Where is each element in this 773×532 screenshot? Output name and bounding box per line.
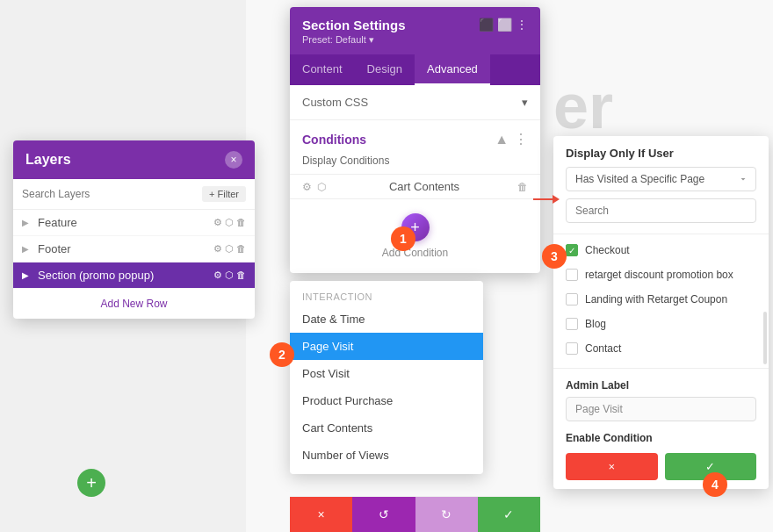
condition-label: Cart Contents xyxy=(331,180,517,193)
layers-item-label: Footer xyxy=(38,242,213,255)
checkbox-retarget[interactable] xyxy=(566,269,578,281)
section-settings-header: Section Settings Preset: Default ▾ ⬛ ⬜ ⋮ xyxy=(290,7,540,54)
layers-item-label: Section (promo popup) xyxy=(38,269,213,282)
enable-condition-section: Enable Condition xyxy=(553,425,769,453)
list-item-contact[interactable]: Contact xyxy=(553,336,769,361)
condition-row: ⚙ ⬡ Cart Contents 🗑 xyxy=(290,174,540,199)
layers-item-actions: ⚙ ⬡ 🗑 xyxy=(213,243,246,255)
chevron-icon: ▶ xyxy=(22,218,33,227)
list-item-checkout[interactable]: ✓ Checkout xyxy=(553,238,769,262)
toolbar-undo-button[interactable]: ↺ xyxy=(352,497,415,532)
dropdown-item-product-purchase[interactable]: Product Purchase xyxy=(290,387,483,414)
more-options-icon[interactable]: ⋮ xyxy=(514,131,528,147)
layers-item-actions: ⚙ ⬡ 🗑 xyxy=(213,270,246,281)
list-item-label-blog: Blog xyxy=(585,318,606,330)
badge-2: 2 xyxy=(270,342,294,367)
dropdown-item-page-visit[interactable]: Page Visit xyxy=(290,333,483,360)
toolbar-cancel-button[interactable]: × xyxy=(290,497,352,532)
layers-search-row: + Filter xyxy=(13,179,255,210)
dropdown-item-number-of-views[interactable]: Number of Views xyxy=(290,442,483,469)
enable-condition-title: Enable Condition xyxy=(566,432,756,444)
conditions-header: Conditions ▲ ⋮ xyxy=(290,120,540,155)
dropdown-item-post-visit[interactable]: Post Visit xyxy=(290,360,483,387)
admin-label-input[interactable] xyxy=(566,397,756,421)
custom-css-row[interactable]: Custom CSS ▾ xyxy=(290,85,540,120)
background-text: er xyxy=(553,70,613,142)
checkbox-checkout[interactable]: ✓ xyxy=(566,244,578,256)
chevron-icon: ▶ xyxy=(22,270,33,280)
section-settings-tabs: Content Design Advanced xyxy=(290,54,540,85)
admin-label-title: Admin Label xyxy=(566,379,756,392)
right-panel-action-buttons: × ✓ xyxy=(553,453,769,480)
tab-advanced[interactable]: Advanced xyxy=(415,54,490,85)
right-panel-select-row: Has Visited a Specific Page xyxy=(553,167,769,198)
layers-item-footer[interactable]: ▶ Footer ⚙ ⬡ 🗑 xyxy=(13,236,255,262)
divider-2 xyxy=(553,368,769,369)
badge-1: 1 xyxy=(391,226,415,251)
scrollbar[interactable] xyxy=(763,312,767,364)
list-item-label-checkout: Checkout xyxy=(585,244,630,256)
section-settings-body: Custom CSS ▾ Conditions ▲ ⋮ Display Cond… xyxy=(290,85,540,273)
right-panel-header: Display Only If User xyxy=(553,136,769,167)
layers-header: Layers × xyxy=(13,140,255,179)
list-item-blog[interactable]: Blog xyxy=(553,312,769,336)
arrow-indicator xyxy=(533,195,560,204)
toolbar-save-button[interactable]: ✓ xyxy=(478,497,540,532)
add-new-row-button[interactable]: Add New Row xyxy=(13,289,255,319)
layers-filter-button[interactable]: + Filter xyxy=(202,186,246,202)
add-condition-label: Add Condition xyxy=(382,247,448,259)
copy-icon[interactable]: ⬡ xyxy=(317,181,326,193)
tab-design[interactable]: Design xyxy=(355,54,415,85)
specific-page-select[interactable]: Has Visited a Specific Page xyxy=(566,167,756,191)
layers-item-label: Feature xyxy=(38,216,213,229)
admin-label-section: Admin Label xyxy=(553,372,769,425)
checkbox-blog[interactable] xyxy=(566,318,578,330)
section-settings-icons: ⬛ ⬜ ⋮ xyxy=(479,18,528,32)
custom-css-label: Custom CSS xyxy=(302,96,368,109)
list-item-retarget[interactable]: retarget discount promotion box xyxy=(553,262,769,287)
page-search-input[interactable] xyxy=(566,198,756,223)
dropdown-item-date-time[interactable]: Date & Time xyxy=(290,306,483,333)
dropdown-section-label: Interaction xyxy=(290,286,483,306)
right-panel: Display Only If User Has Visited a Speci… xyxy=(553,136,769,489)
interaction-dropdown: Interaction Date & Time Page Visit Post … xyxy=(290,281,483,474)
chevron-icon: ▶ xyxy=(22,244,33,254)
list-item-label-landing: Landing with Retarget Coupon xyxy=(585,293,727,306)
layers-item-section-promo[interactable]: ▶ Section (promo popup) ⚙ ⬡ 🗑 xyxy=(13,262,255,289)
chevron-up-icon[interactable]: ▲ xyxy=(495,132,509,147)
settings-icon[interactable]: ⚙ xyxy=(302,181,312,193)
dropdown-item-cart-contents[interactable]: Cart Contents xyxy=(290,414,483,442)
right-panel-cancel-button[interactable]: × xyxy=(566,453,658,480)
list-item-label-retarget: retarget discount promotion box xyxy=(585,269,733,281)
section-settings-preset[interactable]: Preset: Default ▾ xyxy=(302,34,406,46)
conditions-title: Conditions xyxy=(302,133,366,147)
layers-title: Layers xyxy=(25,152,71,168)
section-settings-title: Section Settings xyxy=(302,18,406,32)
list-item-landing[interactable]: Landing with Retarget Coupon xyxy=(553,287,769,312)
checkbox-contact[interactable] xyxy=(566,342,578,355)
display-conditions-label: Display Conditions xyxy=(290,155,540,174)
badge-3: 3 xyxy=(542,244,567,269)
toolbar-redo-button[interactable]: ↻ xyxy=(415,497,478,532)
layers-search-input[interactable] xyxy=(22,188,195,200)
layers-item-actions: ⚙ ⬡ 🗑 xyxy=(213,217,246,228)
layers-panel: Layers × + Filter ▶ Feature ⚙ ⬡ 🗑 ▶ Foot… xyxy=(13,140,255,319)
delete-condition-icon[interactable]: 🗑 xyxy=(517,181,528,193)
chevron-down-icon: ▾ xyxy=(522,96,528,109)
layers-item-feature[interactable]: ▶ Feature ⚙ ⬡ 🗑 xyxy=(13,210,255,236)
layers-close-button[interactable]: × xyxy=(225,151,242,169)
section-settings-panel: Section Settings Preset: Default ▾ ⬛ ⬜ ⋮… xyxy=(290,7,540,273)
list-item-label-contact: Contact xyxy=(585,342,621,355)
tab-content[interactable]: Content xyxy=(290,54,355,85)
conditions-icons: ▲ ⋮ xyxy=(495,131,528,147)
section-settings-toolbar: × ↺ ↻ ✓ xyxy=(290,496,540,532)
badge-4: 4 xyxy=(703,472,727,497)
checkbox-landing[interactable] xyxy=(566,293,578,306)
divider xyxy=(553,234,769,234)
add-row-circle-button[interactable]: + xyxy=(77,469,105,497)
